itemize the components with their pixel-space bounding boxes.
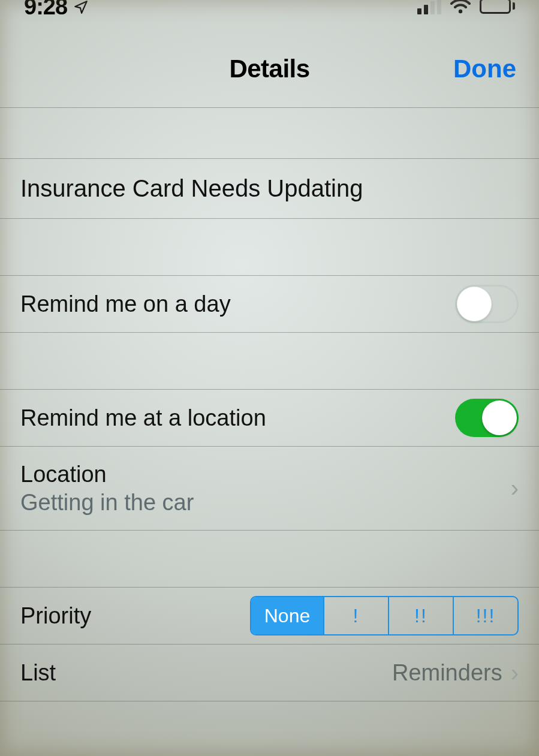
svg-point-0 [459, 10, 462, 13]
priority-segmented[interactable]: None ! !! !!! [250, 596, 519, 635]
priority-option-low[interactable]: ! [323, 597, 388, 634]
status-left: 9:28 [24, 0, 89, 20]
chevron-right-icon: › [502, 475, 519, 502]
location-services-icon [73, 0, 89, 15]
remind-on-day-label: Remind me on a day [20, 291, 231, 317]
location-value: Getting in the car [20, 490, 194, 516]
priority-option-high[interactable]: !!! [453, 597, 517, 634]
section-spacer [0, 333, 539, 390]
remind-at-location-toggle[interactable] [455, 399, 519, 437]
list-label: List [20, 660, 56, 686]
page-title: Details [229, 55, 309, 83]
status-bar: 9:28 [0, 0, 539, 30]
list-value: Reminders [392, 660, 502, 686]
reminder-title-field[interactable]: Insurance Card Needs Updating [0, 159, 539, 219]
status-right [417, 0, 515, 14]
priority-option-none[interactable]: None [251, 597, 323, 634]
wifi-icon [450, 0, 471, 14]
priority-label: Priority [20, 603, 91, 629]
location-row[interactable]: Location Getting in the car › [0, 447, 539, 531]
list-row[interactable]: List Reminders › [0, 644, 539, 701]
location-label: Location [20, 462, 194, 487]
done-button[interactable]: Done [453, 55, 516, 83]
remind-on-day-toggle[interactable] [455, 285, 519, 323]
priority-row: Priority None ! !! !!! [0, 588, 539, 644]
chevron-right-icon: › [502, 659, 519, 686]
cellular-signal-icon [417, 0, 441, 14]
status-time: 9:28 [24, 0, 67, 20]
section-spacer [0, 531, 539, 588]
section-spacer [0, 219, 539, 276]
battery-icon [480, 0, 515, 14]
remind-at-location-row: Remind me at a location [0, 390, 539, 447]
priority-option-medium[interactable]: !! [388, 597, 453, 634]
remind-on-day-row: Remind me on a day [0, 276, 539, 333]
remind-at-location-label: Remind me at a location [20, 405, 266, 431]
section-spacer [0, 108, 539, 159]
nav-header: Details Done [0, 30, 539, 108]
reminder-title-text: Insurance Card Needs Updating [20, 175, 363, 202]
